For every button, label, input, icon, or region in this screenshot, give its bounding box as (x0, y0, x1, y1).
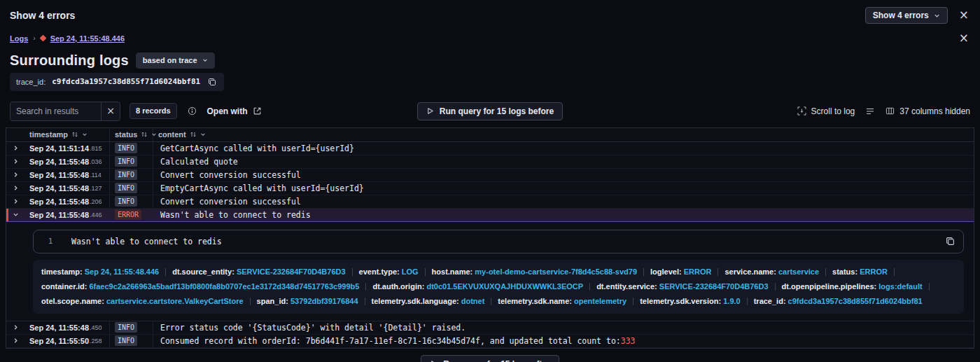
attribute-pair[interactable]: host.name: my-otel-demo-cartservice-7f8d… (432, 265, 637, 279)
attribute-value: 53792dbf39176844 (290, 297, 358, 305)
chevron-right-icon[interactable] (6, 155, 24, 168)
chevron-right-icon[interactable] (6, 142, 24, 155)
heading-row: Surrounding logs based on trace (0, 48, 980, 72)
status-badge: INFO (115, 335, 137, 346)
chevron-down-icon[interactable] (6, 209, 24, 221)
column-header-content[interactable]: content (153, 128, 974, 141)
column-label: content (158, 130, 186, 139)
search-input[interactable] (10, 102, 101, 120)
row-density-button[interactable] (864, 105, 876, 118)
attribute-pair[interactable]: status: ERROR (832, 265, 888, 279)
breadcrumb-separator: › (33, 34, 35, 42)
breadcrumb-current-link[interactable]: Sep 24, 11:55:48.446 (50, 34, 125, 43)
timestamp-cell: Sep 24, 11:55:50.258 (24, 335, 110, 347)
attribute-key: span_id: (257, 297, 288, 305)
content-cell: EmptyCartAsync called with userId={userI… (153, 182, 974, 195)
log-row[interactable]: Sep 24, 11:55:48.127INFOEmptyCartAsync c… (6, 182, 974, 195)
trace-id-chip: trace_id: c9fdcd3a1957c38d855f71d6024bbf… (10, 73, 224, 91)
content-cell: Wasn't able to connect to redis (153, 209, 974, 221)
log-row[interactable]: Sep 24, 11:51:14.815INFOGetCartAsync cal… (6, 142, 974, 155)
attribute-key: dt.source_entity: (172, 267, 234, 276)
column-header-timestamp[interactable]: timestamp (24, 128, 110, 141)
attribute-key: telemetry.sdk.language: (372, 297, 459, 305)
attribute-pair[interactable]: timestamp: Sep 24, 11:55:48.446 (41, 265, 159, 279)
records-info-button[interactable] (186, 105, 198, 117)
attribute-pair[interactable]: telemetry.sdk.language: dotnet (372, 294, 485, 309)
search-clear-button[interactable]: × (101, 102, 120, 120)
play-icon (426, 107, 434, 115)
attribute-pair[interactable]: service.name: cartservice (724, 265, 819, 279)
run-query-after-label: Run query for 15 logs after (443, 360, 550, 362)
attribute-pair[interactable]: dt.openpipeline.pipelines: logs:default (782, 279, 923, 294)
attribute-divider (365, 283, 366, 291)
page-title: Surrounding logs (10, 53, 129, 69)
status-cell: INFO (110, 142, 153, 155)
chevron-down-icon (934, 13, 940, 19)
show-errors-dropdown[interactable]: Show 4 errors (865, 7, 948, 24)
info-icon (188, 106, 197, 116)
attribute-key: service.name: (724, 267, 776, 276)
attribute-divider (775, 283, 776, 291)
chevron-right-icon[interactable] (6, 169, 24, 181)
records-count-badge: 8 records (130, 103, 177, 119)
content-cell: Convert conversion successful (153, 195, 974, 208)
attribute-pair[interactable]: dt.auth.origin: dt0c01.5EKVUXUXQAJHDUXWW… (372, 279, 583, 294)
scroll-to-log-button[interactable]: Scroll to log (797, 106, 855, 116)
run-query-after-button[interactable]: Run query for 15 logs after (421, 355, 559, 362)
column-label: timestamp (29, 130, 68, 139)
close-view-button[interactable]: × (958, 32, 970, 45)
chevron-right-icon[interactable] (6, 321, 24, 334)
run-query-before-label: Run query for 15 logs before (440, 107, 554, 116)
attribute-value: opentelemetry (574, 297, 626, 305)
column-label: status (115, 130, 137, 139)
copy-message-button[interactable] (944, 235, 956, 247)
copy-trace-id-button[interactable] (206, 76, 218, 88)
attribute-value: Sep 24, 11:55:48.446 (85, 267, 159, 276)
chevron-right-icon[interactable] (6, 182, 24, 195)
search-box: × (10, 102, 120, 121)
expander-column-header (6, 128, 24, 141)
chevron-right-icon[interactable] (6, 335, 24, 347)
topbar: Show 4 errors Show 4 errors × (0, 0, 980, 27)
status-cell: INFO (110, 169, 153, 181)
log-row[interactable]: Sep 24, 11:55:48.206INFOConvert conversi… (6, 195, 974, 209)
attribute-pair[interactable]: dt.entity.service: SERVICE-232684F70D4B7… (596, 279, 768, 294)
attribute-value: dotnet (461, 297, 485, 305)
breadcrumb-logs-link[interactable]: Logs (10, 34, 28, 43)
attribute-pair[interactable]: otel.scope.name: cartservice.cartstore.V… (41, 294, 244, 309)
based-on-trace-dropdown[interactable]: based on trace (136, 53, 215, 69)
chevron-right-icon[interactable] (6, 195, 24, 208)
attribute-key: trace_id: (754, 297, 786, 305)
status-badge: INFO (115, 143, 137, 153)
log-row[interactable]: Sep 24, 11:55:48.114INFOConvert conversi… (6, 169, 974, 182)
attribute-divider (894, 268, 895, 276)
trace-id-label: trace_id: (16, 78, 46, 86)
close-panel-button[interactable]: × (958, 9, 970, 22)
log-row[interactable]: Sep 24, 11:55:48.450INFOError status cod… (6, 321, 974, 335)
attribute-pair[interactable]: container.id: 6faec9c2a266963a5badf13bf0… (41, 279, 359, 294)
sort-icon (71, 131, 78, 138)
content-segment: Convert conversion successful (160, 197, 301, 207)
column-header-status[interactable]: status (110, 128, 153, 141)
toolbar-right: Scroll to log 37 columns hidden (571, 105, 970, 118)
log-row[interactable]: Sep 24, 11:55:50.258INFOConsumed record … (6, 335, 974, 348)
attribute-key: event.type: (359, 267, 400, 276)
columns-hidden-button[interactable]: 37 columns hidden (886, 106, 970, 116)
log-row-expanded[interactable]: Sep 24, 11:55:48.446ERRORWasn't able to … (6, 209, 974, 222)
log-message-box: 1 Wasn't able to connect to redis (33, 230, 964, 253)
log-row[interactable]: Sep 24, 11:55:48.036INFOCalculated quote (6, 155, 974, 169)
attribute-pair[interactable]: trace_id: c9fdcd3a1957c38d855f71d6024bbf… (754, 294, 923, 309)
attribute-pair[interactable]: telemetry.sdk.version: 1.9.0 (640, 294, 741, 309)
attribute-pair[interactable]: event.type: LOG (359, 265, 419, 279)
status-cell: INFO (110, 155, 153, 168)
attribute-pair[interactable]: telemetry.sdk.name: opentelemetry (498, 294, 626, 309)
status-cell: INFO (110, 321, 153, 334)
attribute-pair[interactable]: loglevel: ERROR (650, 265, 711, 279)
run-query-before-button[interactable]: Run query for 15 logs before (417, 102, 563, 120)
scroll-to-log-icon (797, 106, 806, 116)
attribute-pair[interactable]: dt.source_entity: SERVICE-232684F70D4B76… (172, 265, 345, 279)
open-with-button[interactable]: Open with (207, 106, 262, 116)
attribute-key: dt.entity.service: (596, 282, 657, 291)
attribute-pair[interactable]: span_id: 53792dbf39176844 (257, 294, 358, 309)
chevron-down-icon (202, 57, 208, 63)
